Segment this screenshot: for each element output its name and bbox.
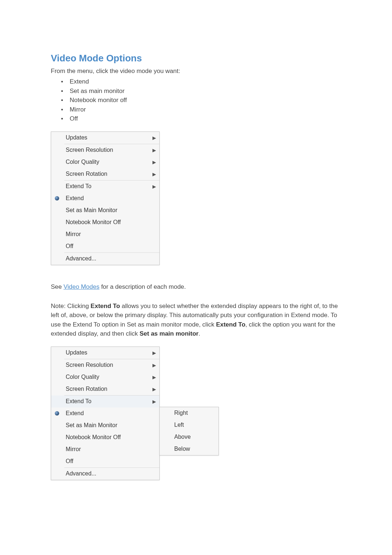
- menu-item-off[interactable]: Off: [51, 240, 159, 252]
- menu-item-updates[interactable]: Updates ▶: [51, 132, 159, 144]
- note-paragraph: Note: Clicking Extend To allows you to s…: [51, 301, 341, 339]
- menu-item-label: Set as Main Monitor: [63, 422, 149, 429]
- menu-icon-col: [51, 420, 63, 432]
- menu-item-screen-resolution[interactable]: Screen Resolution ▶: [51, 359, 159, 371]
- submenu-arrow-icon: ▶: [149, 374, 159, 380]
- menu-icon-col: [51, 144, 63, 156]
- bold-text: Set as main monitor: [139, 330, 198, 337]
- menu-item-off[interactable]: Off: [51, 455, 159, 467]
- menu-item-notebook-off[interactable]: Notebook Monitor Off: [51, 432, 159, 443]
- menu-icon-col: [51, 168, 63, 180]
- list-item: Extend: [70, 77, 341, 86]
- menu-icon-col: [51, 383, 63, 395]
- menu-icon-col: [51, 468, 63, 480]
- menu-icon-col: [160, 419, 171, 431]
- video-modes-link[interactable]: Video Modes: [64, 283, 99, 290]
- section-title: Video Mode Options: [51, 53, 341, 64]
- see-paragraph: See Video Modes for a description of eac…: [51, 283, 341, 291]
- menu-item-label: Color Quality: [63, 374, 149, 380]
- menu-item-label: Screen Rotation: [63, 171, 149, 177]
- submenu-item-above[interactable]: Above: [160, 431, 219, 443]
- menu-item-extend-to[interactable]: Extend To ▶: [51, 396, 159, 408]
- menu-item-extend-to[interactable]: Extend To ▶: [51, 181, 159, 193]
- submenu-item-label: Above: [171, 434, 219, 440]
- menu-item-screen-rotation[interactable]: Screen Rotation ▶: [51, 168, 159, 180]
- submenu-arrow-icon: ▶: [149, 147, 159, 153]
- selected-indicator-icon: [55, 411, 59, 416]
- menu-item-label: Extend To: [63, 398, 149, 405]
- list-item: Off: [70, 114, 341, 123]
- submenu-item-below[interactable]: Below: [160, 443, 219, 455]
- menu-item-extend[interactable]: Extend: [51, 408, 159, 420]
- menu-icon-col: [51, 132, 63, 144]
- menu-item-set-as-main[interactable]: Set as Main Monitor: [51, 204, 159, 216]
- menu-item-mirror[interactable]: Mirror: [51, 443, 159, 455]
- bold-text: Extend To: [91, 303, 120, 309]
- menu-item-screen-resolution[interactable]: Screen Resolution ▶: [51, 144, 159, 156]
- submenu-arrow-icon: ▶: [149, 386, 159, 392]
- menu-item-mirror[interactable]: Mirror: [51, 228, 159, 240]
- menu-icon-col: [51, 396, 63, 408]
- context-menu: Updates ▶ Screen Resolution ▶ Color Qual…: [51, 347, 160, 480]
- menu-item-label: Mirror: [63, 231, 149, 238]
- context-menu: Updates ▶ Screen Resolution ▶ Color Qual…: [51, 131, 160, 265]
- bold-text: Extend To: [216, 321, 245, 328]
- menu-item-label: Off: [63, 243, 149, 250]
- selected-indicator-icon: [55, 196, 59, 200]
- menu-item-label: Advanced...: [63, 470, 149, 477]
- submenu-item-left[interactable]: Left: [160, 419, 219, 431]
- menu-item-label: Updates: [63, 134, 149, 141]
- menu-icon-col: [51, 347, 63, 359]
- menu-item-label: Screen Rotation: [63, 386, 149, 392]
- menu-item-label: Extend: [63, 195, 149, 202]
- menu-item-screen-rotation[interactable]: Screen Rotation ▶: [51, 383, 159, 395]
- submenu-item-label: Below: [171, 446, 219, 452]
- submenu-arrow-icon: ▶: [149, 399, 159, 404]
- menu-item-advanced[interactable]: Advanced...: [51, 468, 159, 480]
- list-item: Mirror: [70, 105, 341, 114]
- page: Video Mode Options From the menu, click …: [0, 0, 392, 502]
- submenu-item-right[interactable]: Right: [160, 407, 219, 419]
- extend-to-submenu: Right Left Above Below: [159, 407, 219, 455]
- menu-item-label: Advanced...: [63, 255, 149, 262]
- text: Note: Clicking: [51, 303, 91, 309]
- menu-item-extend[interactable]: Extend: [51, 193, 159, 204]
- menu-icon-col: [51, 443, 63, 455]
- submenu-item-label: Left: [171, 422, 219, 428]
- menu-item-label: Extend To: [63, 183, 149, 190]
- menu-icon-col: [51, 181, 63, 193]
- menu-item-color-quality[interactable]: Color Quality ▶: [51, 156, 159, 168]
- menu-icon-col: [160, 443, 171, 455]
- menu-item-label: Screen Resolution: [63, 147, 149, 153]
- menu-item-color-quality[interactable]: Color Quality ▶: [51, 371, 159, 383]
- menu-item-label: Off: [63, 458, 149, 465]
- menu-item-label: Extend: [63, 410, 149, 417]
- menu-item-label: Updates: [63, 349, 149, 356]
- submenu-item-label: Right: [171, 410, 219, 416]
- menu-item-label: Mirror: [63, 446, 149, 453]
- list-item: Set as main monitor: [70, 86, 341, 96]
- menu-icon-col: [51, 359, 63, 371]
- menu-icon-col: [160, 431, 171, 443]
- menu-item-notebook-off[interactable]: Notebook Monitor Off: [51, 216, 159, 228]
- menu-icon-col: [51, 455, 63, 467]
- menu-icon-col: [51, 253, 63, 265]
- menu-item-label: Color Quality: [63, 159, 149, 165]
- menu-icon-col: [51, 432, 63, 443]
- menu-icon-col: [51, 240, 63, 252]
- menu-icon-col: [51, 371, 63, 383]
- text: .: [199, 330, 200, 337]
- submenu-arrow-icon: ▶: [149, 159, 159, 165]
- menu-icon-col: [51, 156, 63, 168]
- submenu-arrow-icon: ▶: [149, 171, 159, 177]
- submenu-arrow-icon: ▶: [149, 135, 159, 141]
- menu-item-label: Set as Main Monitor: [63, 207, 149, 214]
- instruction-text: From the menu, click the video mode you …: [51, 68, 341, 75]
- text: for a description of each mode.: [99, 283, 186, 290]
- menu-item-set-as-main[interactable]: Set as Main Monitor: [51, 420, 159, 432]
- menu-item-updates[interactable]: Updates ▶: [51, 347, 159, 359]
- menu-item-label: Notebook Monitor Off: [63, 219, 149, 226]
- text: See: [51, 283, 64, 290]
- menu-item-advanced[interactable]: Advanced...: [51, 253, 159, 265]
- menu-icon-col: [51, 204, 63, 216]
